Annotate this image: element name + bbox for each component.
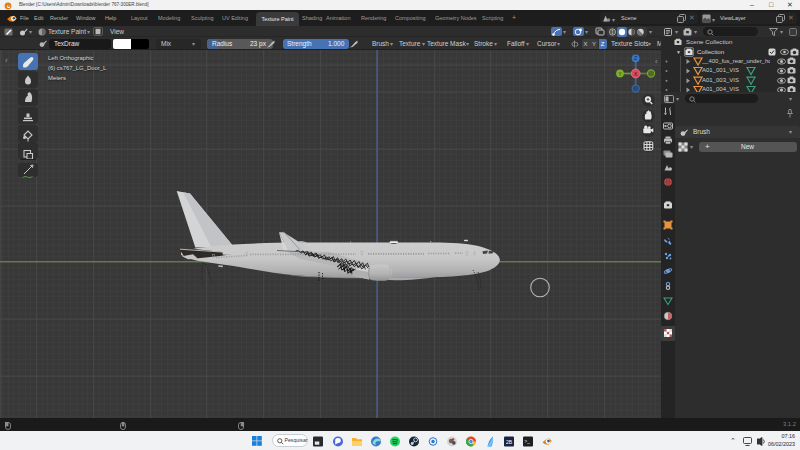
svg-text:Y: Y: [618, 72, 621, 77]
svg-text:2B: 2B: [506, 438, 513, 444]
svg-text:Z: Z: [634, 56, 637, 61]
svg-text:>_: >_: [525, 439, 531, 444]
